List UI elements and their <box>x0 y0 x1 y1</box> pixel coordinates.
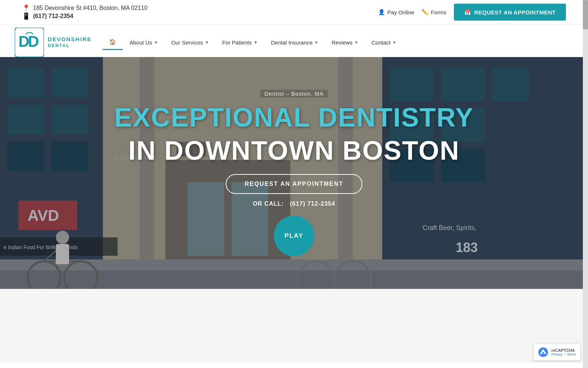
header-row: D D DEVONSHIRE DENTAL 🏠 About Us ▼ Our S… <box>0 25 588 57</box>
hero-appointment-button[interactable]: REQUEST AN APPOINTMENT <box>226 174 363 194</box>
header-appointment-button[interactable]: 📅 REQUEST AN APPOINTMENT <box>454 4 566 21</box>
chevron-services-icon: ▼ <box>205 40 209 45</box>
hero-call-text: OR CALL: (617) 712-2354 <box>253 201 335 207</box>
hero-content: Dentist – Boston, MA EXCEPTIONAL DENTIST… <box>114 90 474 256</box>
calendar-icon: 📅 <box>464 9 472 15</box>
logo-text: DEVONSHIRE DENTAL <box>48 36 92 49</box>
nav-about-us[interactable]: About Us ▼ <box>123 36 165 49</box>
recaptcha-links: Privacy - Terms <box>551 353 576 356</box>
chevron-contact-icon: ▼ <box>392 40 397 45</box>
pencil-icon: ✏️ <box>422 9 429 15</box>
hero-play-button[interactable]: PLAY <box>274 216 314 256</box>
recaptcha-logo-svg <box>538 347 548 357</box>
scrollbar-thumb[interactable] <box>583 0 588 29</box>
nav-our-services[interactable]: Our Services ▼ <box>165 36 216 49</box>
hero-subtitle: Dentist – Boston, MA <box>260 90 328 98</box>
location-icon: 📍 <box>22 4 30 12</box>
top-bar: 📍 185 Devonshire St #410, Boston, MA 021… <box>0 0 588 25</box>
hero-title-teal: EXCEPTIONAL DENTISTRY <box>114 104 474 131</box>
person-icon: 👤 <box>378 9 385 15</box>
recaptcha-label: reCAPTCHA <box>551 348 576 353</box>
chevron-about-icon: ▼ <box>154 40 158 45</box>
home-icon: 🏠 <box>109 39 116 45</box>
logo[interactable]: D D DEVONSHIRE DENTAL <box>15 28 92 57</box>
recaptcha-terms-link[interactable]: Terms <box>567 353 576 356</box>
chevron-patients-icon: ▼ <box>254 40 258 45</box>
nav-contact[interactable]: Contact ▼ <box>365 36 403 49</box>
phone-text: (617) 712-2354 <box>33 13 73 20</box>
nav-reviews[interactable]: Reviews ▼ <box>325 36 365 49</box>
hero-title-white: IN DOWNTOWN BOSTON <box>128 137 459 164</box>
pay-online-link[interactable]: 👤 Pay Online <box>378 9 414 15</box>
logo-svg: D D <box>15 28 44 57</box>
chevron-insurance-icon: ▼ <box>315 40 319 45</box>
phone-item: 📱 (617) 712-2354 <box>22 12 147 20</box>
header-actions: 👤 Pay Online ✏️ Forms 📅 REQUEST AN APPOI… <box>378 4 566 21</box>
hero-section: AVD e Indian Food For Brilliant Minds Cr… <box>0 57 588 289</box>
svg-rect-43 <box>56 244 69 264</box>
below-fold <box>0 289 588 362</box>
recaptcha-privacy-link[interactable]: Privacy <box>551 353 562 356</box>
forms-link[interactable]: ✏️ Forms <box>422 9 447 15</box>
recaptcha-badge: reCAPTCHA Privacy - Terms <box>533 344 581 361</box>
address-text: 185 Devonshire St #410, Boston, MA 02110 <box>33 5 147 11</box>
nav-for-patients[interactable]: For Patients ▼ <box>215 36 264 49</box>
main-nav: 🏠 About Us ▼ Our Services ▼ For Patients… <box>92 35 573 50</box>
phone-icon: 📱 <box>22 12 30 20</box>
address-item: 📍 185 Devonshire St #410, Boston, MA 021… <box>22 4 147 12</box>
nav-home[interactable]: 🏠 <box>103 35 123 50</box>
svg-point-45 <box>542 352 544 354</box>
nav-dental-insurance[interactable]: Dental Insurance ▼ <box>264 36 325 49</box>
svg-text:D: D <box>28 33 39 50</box>
scrollbar-track[interactable] <box>583 0 588 362</box>
svg-point-42 <box>56 231 69 244</box>
contact-info: 📍 185 Devonshire St #410, Boston, MA 021… <box>22 4 147 20</box>
chevron-reviews-icon: ▼ <box>354 40 358 45</box>
